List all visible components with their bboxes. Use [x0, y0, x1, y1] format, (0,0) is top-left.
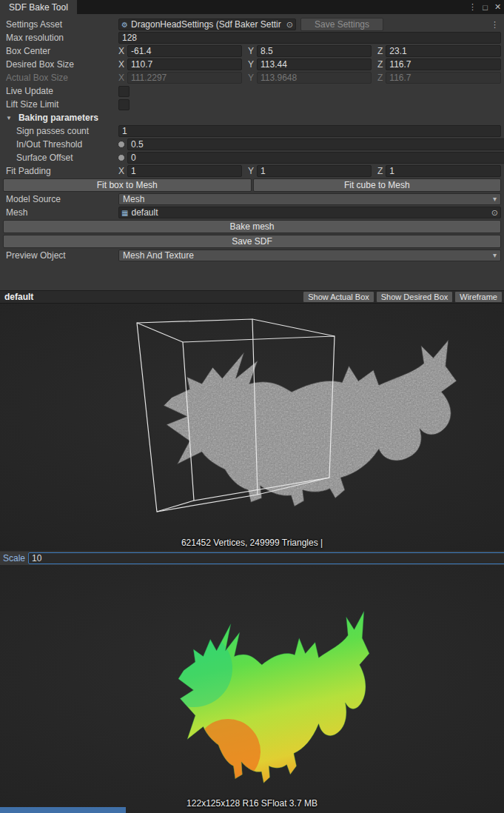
title-bar: SDF Bake Tool ⋮ □ ✕ — [0, 0, 504, 14]
actual-box-size-y-input — [257, 72, 372, 84]
max-resolution-label: Max resolution — [3, 33, 115, 43]
desired-box-size-row: Desired Box Size X Y Z — [3, 58, 501, 70]
scale-input[interactable] — [28, 552, 504, 564]
actual-box-size-row: Actual Box Size X Y Z — [3, 72, 501, 84]
live-update-checkbox[interactable] — [118, 86, 130, 97]
desired-box-size-y-input[interactable] — [257, 58, 372, 70]
sdf-preview-canvas[interactable] — [0, 565, 504, 813]
mesh-stats-text: 621452 Vertices, 249999 Triangles | — [0, 538, 504, 548]
dock-highlight-bar — [0, 807, 126, 813]
mesh-preview-viewport[interactable]: 621452 Vertices, 249999 Triangles | — [0, 304, 504, 551]
wireframe-button[interactable]: Wireframe — [454, 291, 503, 303]
axis-x-label: X — [118, 166, 124, 176]
chevron-down-icon: ▾ — [493, 251, 497, 259]
in-out-threshold-input[interactable] — [127, 138, 504, 150]
mesh-object-field[interactable]: ▦ default ⊙ — [118, 207, 501, 218]
axis-z-label: Z — [377, 73, 383, 83]
maximize-icon[interactable]: □ — [479, 0, 491, 14]
box-center-x-input[interactable] — [127, 45, 242, 57]
preview-object-value: Mesh And Texture — [123, 250, 194, 261]
window-menu-icon[interactable]: ⋮ — [466, 0, 479, 14]
titlebar-spacer — [77, 0, 466, 14]
slider-thumb[interactable] — [118, 154, 125, 161]
inspector-panel: Settings Asset ⚙ DragonHeadSettings (Sdf… — [0, 14, 504, 290]
lift-size-limit-checkbox[interactable] — [118, 99, 130, 110]
fit-padding-row: Fit Padding X Y Z — [3, 165, 501, 177]
settings-asset-label: Settings Asset — [3, 19, 115, 30]
save-sdf-button[interactable]: Save SDF — [3, 235, 501, 248]
max-resolution-row: Max resolution — [3, 32, 501, 44]
baking-parameters-label: Baking parameters — [19, 113, 98, 123]
save-settings-button[interactable]: Save Settings — [300, 18, 383, 31]
save-sdf-row: Save SDF — [3, 235, 501, 248]
axis-y-label: Y — [248, 46, 254, 56]
fit-padding-x-input[interactable] — [127, 165, 242, 177]
foldout-arrow-icon: ▼ — [6, 115, 12, 121]
slider-thumb[interactable] — [118, 141, 125, 148]
mesh-preview-canvas[interactable] — [0, 304, 504, 551]
settings-asset-icon: ⚙ — [121, 21, 128, 29]
preview-object-dropdown[interactable]: Mesh And Texture ▾ — [118, 250, 501, 261]
baking-parameters-foldout[interactable]: ▼ Baking parameters — [3, 112, 501, 124]
model-source-dropdown[interactable]: Mesh ▾ — [118, 193, 501, 205]
mesh-row: Mesh ▦ default ⊙ — [3, 207, 501, 218]
axis-x-label: X — [118, 46, 124, 56]
axis-x-label: X — [118, 59, 124, 70]
fit-padding-y-input[interactable] — [257, 165, 372, 177]
object-picker-icon[interactable]: ⊙ — [286, 20, 293, 30]
object-picker-icon[interactable]: ⊙ — [491, 208, 498, 218]
in-out-threshold-row: In/Out Threshold — [3, 138, 501, 150]
model-source-label: Model Source — [3, 194, 115, 204]
mesh-value: default — [131, 207, 488, 218]
show-desired-box-button[interactable]: Show Desired Box — [376, 291, 454, 303]
show-actual-box-button[interactable]: Show Actual Box — [303, 291, 374, 303]
sdf-toolbar: Scale Offset Volume Slice SDF — [0, 551, 504, 565]
actual-box-size-label: Actual Box Size — [3, 73, 115, 83]
mesh-label: Mesh — [3, 207, 115, 218]
preview-object-name: default — [0, 292, 303, 302]
axis-y-label: Y — [248, 59, 254, 70]
axis-x-label: X — [118, 73, 124, 83]
window-title: SDF Bake Tool — [9, 2, 68, 13]
preview-object-label: Preview Object — [3, 250, 115, 261]
axis-z-label: Z — [377, 59, 383, 70]
fit-box-to-mesh-button[interactable]: Fit box to Mesh — [3, 178, 252, 192]
close-icon[interactable]: ✕ — [491, 0, 504, 14]
axis-z-label: Z — [377, 46, 383, 56]
surface-offset-label: Surface Offset — [3, 153, 115, 163]
surface-offset-row: Surface Offset — [3, 152, 501, 164]
fit-buttons-row: Fit box to Mesh Fit cube to Mesh — [3, 178, 501, 192]
fit-padding-label: Fit Padding — [3, 166, 115, 176]
live-update-label: Live Update — [3, 86, 115, 96]
preset-menu-icon[interactable]: ⋮ — [488, 20, 501, 30]
fit-cube-to-mesh-button[interactable]: Fit cube to Mesh — [253, 178, 502, 192]
box-center-row: Box Center X Y Z — [3, 45, 501, 57]
stone-dragon-mesh — [144, 322, 470, 537]
desired-box-size-x-input[interactable] — [127, 58, 242, 70]
sdf-preview-viewport[interactable]: 122x125x128 R16 SFloat 3.7 MB — [0, 565, 504, 813]
sign-passes-count-row: Sign passes count — [3, 125, 501, 137]
sign-passes-count-input[interactable] — [118, 125, 501, 137]
desired-box-size-z-input[interactable] — [386, 58, 501, 70]
surface-offset-input[interactable] — [127, 152, 504, 164]
desired-box-size-label: Desired Box Size — [3, 59, 115, 70]
fit-padding-z-input[interactable] — [386, 165, 501, 177]
model-source-row: Model Source Mesh ▾ — [3, 193, 501, 205]
mesh-preview-toolbar: default Show Actual Box Show Desired Box… — [0, 290, 504, 304]
axis-z-label: Z — [377, 166, 383, 176]
mesh-icon: ▦ — [121, 209, 128, 217]
preview-object-row: Preview Object Mesh And Texture ▾ — [3, 250, 501, 261]
settings-asset-object-field[interactable]: ⚙ DragonHeadSettings (Sdf Baker Settir ⊙ — [118, 19, 296, 30]
max-resolution-input[interactable] — [118, 32, 501, 44]
bake-mesh-button[interactable]: Bake mesh — [3, 220, 501, 233]
lift-size-limit-label: Lift Size Limit — [3, 99, 115, 110]
actual-box-size-x-input — [127, 72, 242, 84]
box-center-y-input[interactable] — [257, 45, 372, 57]
scale-label: Scale — [0, 553, 28, 563]
chevron-down-icon: ▾ — [493, 195, 497, 203]
bake-mesh-row: Bake mesh — [3, 220, 501, 233]
settings-asset-row: Settings Asset ⚙ DragonHeadSettings (Sdf… — [3, 19, 501, 30]
box-center-z-input[interactable] — [386, 45, 501, 57]
window-tab[interactable]: SDF Bake Tool — [0, 0, 77, 14]
actual-box-size-z-input — [386, 72, 501, 84]
